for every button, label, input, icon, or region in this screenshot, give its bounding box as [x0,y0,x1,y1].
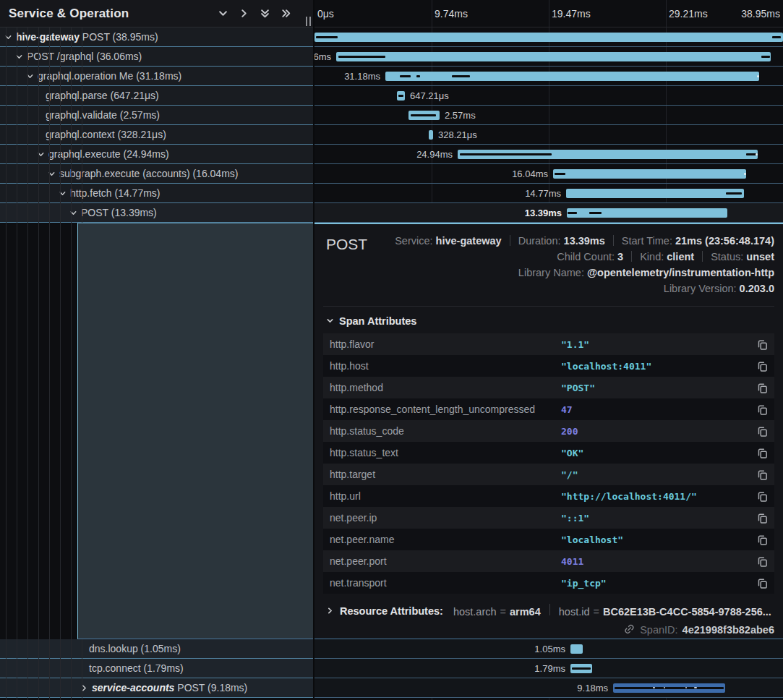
span-bar[interactable] [429,130,433,140]
chevron-down-icon[interactable] [215,7,230,21]
attribute-value: "ip_tcp" [561,578,754,589]
span-bar[interactable] [570,664,592,673]
span-bar[interactable] [385,72,759,81]
span-name-cell[interactable]: POST /graphql (36.06ms) [0,47,313,67]
span-bar[interactable] [458,150,758,159]
resource-key: host.arch [453,606,497,618]
self-time-segment [338,56,385,58]
span-timeline-cell[interactable]: 13.39ms [315,203,783,223]
span-row[interactable]: tcp.connect (1.79ms)1.79ms [0,659,783,678]
span-row[interactable]: graphql.parse (647.21μs)647.21μs [0,86,783,106]
span-timeline-cell[interactable]: 36.06ms [315,47,783,67]
span-row[interactable]: service-accounts POST (9.18ms)9.18ms [0,678,783,698]
span-row[interactable]: hive-gateway POST (38.95ms)38.95ms [0,27,783,47]
copy-icon[interactable] [754,401,770,417]
attribute-value: "localhost:4011" [561,361,754,372]
span-name-cell[interactable]: graphql.validate (2.57ms) [0,106,313,125]
chevrons-down-icon[interactable] [257,7,272,21]
meta-label: Status: [711,251,746,262]
resource-attributes-row[interactable]: Resource Attributes: host.arch=arm64host… [326,604,774,618]
span-bar[interactable] [408,111,440,120]
span-timeline-cell[interactable]: 1.05ms [315,639,783,659]
span-row[interactable]: dns.lookup (1.05ms)1.05ms [0,639,783,659]
span-timeline-cell[interactable]: 38.95ms [315,27,783,47]
span-row[interactable]: http.fetch (14.77ms)14.77ms [0,184,783,203]
span-name-label: http.fetch (14.77ms) [70,187,161,199]
meta-label: Child Count: [557,251,617,262]
span-attributes-toggle[interactable]: Span Attributes [326,315,774,327]
bar-light-segment [685,687,687,688]
copy-icon[interactable] [754,575,770,591]
span-timeline-cell[interactable]: 1.79ms [315,659,783,678]
meta-value: 0.203.0 [740,283,774,294]
span-bar[interactable] [553,169,746,179]
span-name-cell[interactable]: graphql.execute (24.94ms) [0,145,313,164]
copy-icon[interactable] [754,488,770,504]
attribute-value: 4011 [561,556,754,567]
span-row[interactable]: subgraph.execute (accounts) (16.04ms)16.… [0,164,783,184]
span-timeline-cell[interactable]: 328.21μs [315,125,783,145]
copy-icon[interactable] [754,445,770,461]
span-name-cell[interactable]: hive-gateway POST (38.95ms) [0,27,313,47]
timeline-axis: 0μs9.74ms19.47ms29.21ms38.95ms [315,0,783,27]
span-row[interactable]: graphql.validate (2.57ms)2.57ms [0,106,783,125]
attribute-row: net.peer.ip"::1" [323,507,774,529]
attribute-value: "http://localhost:4011/" [561,491,754,502]
span-timeline-cell[interactable]: 647.21μs [315,86,783,106]
attribute-value: 47 [561,404,754,415]
separator [613,235,614,246]
self-time-segment [411,114,436,116]
span-row[interactable]: graphql.execute (24.94ms)24.94ms [0,145,783,164]
span-name-cell[interactable]: subgraph.execute (accounts) (16.04ms) [0,164,313,184]
self-time-segment [761,56,770,58]
copy-icon[interactable] [754,466,770,482]
chevron-right-icon[interactable] [236,7,251,21]
span-bar[interactable] [613,683,725,693]
meta-label: Duration: [518,235,564,247]
span-row[interactable]: graphql.operation Me (31.18ms)31.18ms [0,67,783,86]
span-timeline-cell[interactable]: 14.77ms [315,184,783,203]
span-row[interactable]: graphql.context (328.21μs)328.21μs [0,125,783,145]
span-timeline-cell[interactable]: 9.18ms [315,678,783,698]
span-bar[interactable] [570,644,583,654]
span-bar[interactable] [336,52,771,61]
equals-sign: = [500,606,506,618]
self-time-segment [615,687,724,689]
attribute-row: http.flavor"1.1" [323,333,774,355]
copy-icon[interactable] [754,423,770,439]
span-timeline-cell[interactable]: 24.94ms [315,145,783,164]
attribute-row: http.response_content_length_uncompresse… [323,398,774,420]
span-name-cell[interactable]: POST (13.39ms) [0,203,313,223]
service-operation-header: Service & Operation [0,0,313,27]
span-row[interactable]: POST (13.39ms)13.39ms [0,203,783,223]
copy-icon[interactable] [754,553,770,569]
span-name-cell[interactable]: graphql.operation Me (31.18ms) [0,67,313,86]
span-timeline-cell[interactable]: 2.57ms [315,106,783,125]
span-bar[interactable] [566,189,744,198]
self-time-segment [460,153,552,155]
span-name-cell[interactable]: dns.lookup (1.05ms) [0,639,313,659]
copy-icon[interactable] [754,380,770,396]
chevrons-right-icon[interactable] [278,7,293,21]
span-name-cell[interactable]: graphql.parse (647.21μs) [0,86,313,106]
span-bar[interactable] [315,33,783,42]
copy-icon[interactable] [754,532,770,547]
span-bar[interactable] [397,91,405,101]
span-name-cell[interactable]: http.fetch (14.77ms) [0,184,313,203]
span-bar[interactable] [567,208,727,218]
column-resize-handle[interactable] [306,17,311,26]
meta-value: client [667,251,694,262]
span-name-cell[interactable]: graphql.context (328.21μs) [0,125,313,145]
span-name-cell[interactable]: service-accounts POST (9.18ms) [0,678,313,698]
span-timeline-cell[interactable]: 16.04ms [315,164,783,184]
attribute-value: "localhost" [561,534,754,545]
span-row[interactable]: POST /graphql (36.06ms)36.06ms [0,47,783,67]
span-meta: Service: hive-gatewayDuration: 13.39msSt… [395,233,774,296]
link-icon[interactable] [622,621,638,638]
copy-icon[interactable] [754,336,770,352]
copy-icon[interactable] [754,510,770,526]
detail-left-box [77,223,313,639]
span-timeline-cell[interactable]: 31.18ms [315,67,783,86]
copy-icon[interactable] [754,358,770,374]
span-name-cell[interactable]: tcp.connect (1.79ms) [0,659,313,678]
